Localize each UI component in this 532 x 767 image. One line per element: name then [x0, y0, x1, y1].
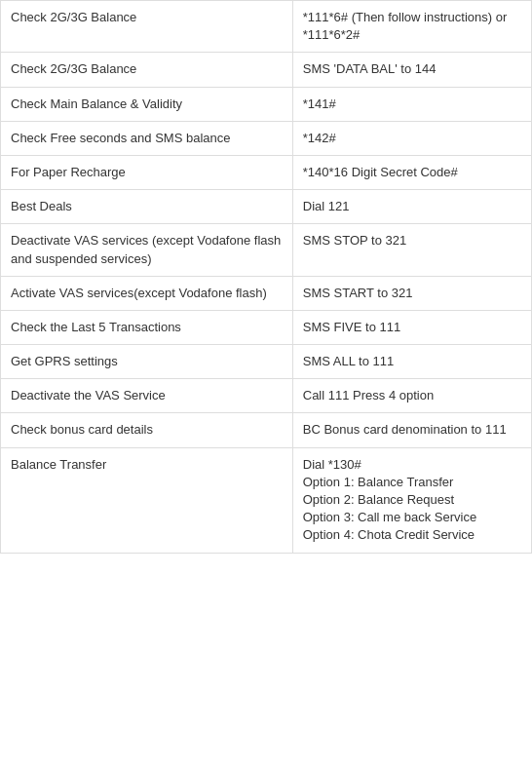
code-cell: *140*16 Digit Secret Code#	[292, 155, 531, 189]
action-cell: Check 2G/3G Balance	[1, 1, 293, 53]
code-cell: Dial *130#Option 1: Balance TransferOpti…	[292, 447, 531, 553]
action-cell: Deactivate the VAS Service	[1, 379, 293, 413]
table-row: Balance TransferDial *130#Option 1: Bala…	[1, 447, 532, 553]
action-cell: For Paper Recharge	[1, 155, 293, 189]
action-cell: Check Free seconds and SMS balance	[1, 121, 293, 155]
code-cell: SMS 'DATA BAL' to 144	[292, 53, 531, 87]
code-cell: SMS ALL to 111	[292, 345, 531, 379]
action-cell: Best Deals	[1, 190, 293, 224]
code-cell: *111*6# (Then follow instructions) or *1…	[292, 1, 531, 53]
table-row: Check bonus card detailsBC Bonus card de…	[1, 413, 532, 447]
action-cell: Deactivate VAS services (except Vodafone…	[1, 224, 293, 276]
action-cell: Check the Last 5 Transactions	[1, 310, 293, 344]
table-row: Best DealsDial 121	[1, 190, 532, 224]
code-cell: SMS STOP to 321	[292, 224, 531, 276]
action-cell: Balance Transfer	[1, 447, 293, 553]
code-cell: *142#	[292, 121, 531, 155]
table-row: For Paper Recharge*140*16 Digit Secret C…	[1, 155, 532, 189]
action-cell: Check Main Balance & Validity	[1, 87, 293, 121]
table-row: Check 2G/3G Balance*111*6# (Then follow …	[1, 1, 532, 53]
ussd-codes-table: Check 2G/3G Balance*111*6# (Then follow …	[0, 0, 532, 554]
code-cell: SMS START to 321	[292, 276, 531, 310]
table-row: Get GPRS settingsSMS ALL to 111	[1, 345, 532, 379]
table-row: Deactivate the VAS ServiceCall 111 Press…	[1, 379, 532, 413]
code-cell: Dial 121	[292, 190, 531, 224]
code-cell: BC Bonus card denomination to 111	[292, 413, 531, 447]
table-row: Check 2G/3G BalanceSMS 'DATA BAL' to 144	[1, 53, 532, 87]
action-cell: Check 2G/3G Balance	[1, 53, 293, 87]
table-row: Check the Last 5 TransactionsSMS FIVE to…	[1, 310, 532, 344]
action-cell: Get GPRS settings	[1, 345, 293, 379]
table-row: Activate VAS services(except Vodafone fl…	[1, 276, 532, 310]
code-cell: Call 111 Press 4 option	[292, 379, 531, 413]
table-row: Check Main Balance & Validity*141#	[1, 87, 532, 121]
code-cell: SMS FIVE to 111	[292, 310, 531, 344]
table-row: Check Free seconds and SMS balance*142#	[1, 121, 532, 155]
code-cell: *141#	[292, 87, 531, 121]
action-cell: Check bonus card details	[1, 413, 293, 447]
action-cell: Activate VAS services(except Vodafone fl…	[1, 276, 293, 310]
table-row: Deactivate VAS services (except Vodafone…	[1, 224, 532, 276]
